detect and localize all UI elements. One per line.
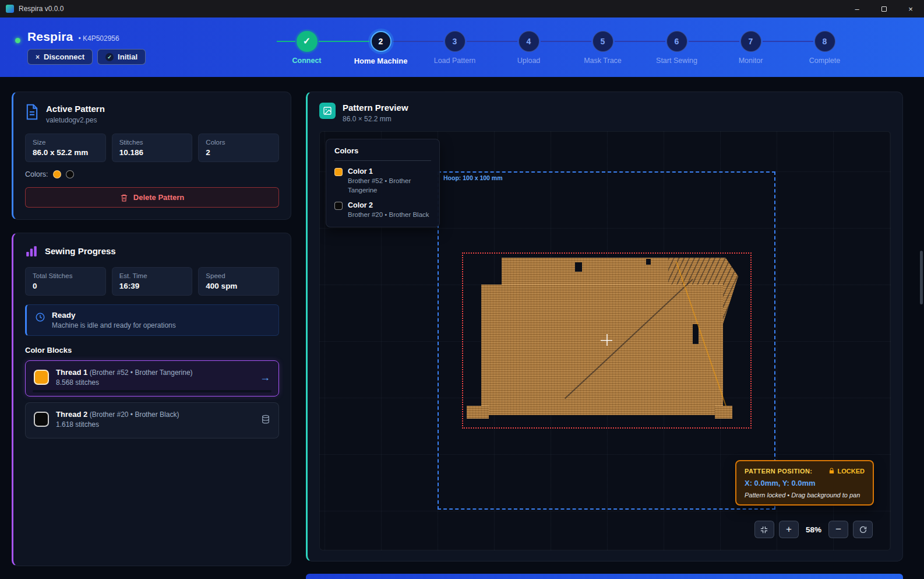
thread-name: Thread 2 bbox=[56, 410, 87, 419]
step-upload[interactable]: 4 Upload bbox=[492, 31, 566, 65]
step-monitor-circle: 7 bbox=[740, 31, 761, 52]
disconnect-label: Disconnect bbox=[44, 52, 84, 61]
legend-swatch bbox=[334, 202, 343, 210]
sewing-progress-title: Sewing Progress bbox=[45, 246, 116, 256]
thread-row-2[interactable]: Thread 2 (Brother #20 • Brother Black) 1… bbox=[25, 402, 279, 438]
next-section-edge bbox=[306, 574, 903, 579]
reset-view-button[interactable] bbox=[853, 521, 873, 538]
legend-title: Colors bbox=[334, 146, 431, 161]
status-subtitle: Machine is idle and ready for operations bbox=[52, 321, 176, 329]
step-upload-circle: 4 bbox=[519, 31, 539, 52]
step-label: Monitor bbox=[714, 57, 788, 65]
zoom-out-button[interactable]: − bbox=[828, 521, 848, 538]
step-complete-circle: 8 bbox=[814, 31, 835, 52]
position-hint: Pattern locked • Drag background to pan bbox=[745, 492, 865, 499]
thread-detail: (Brother #20 • Brother Black) bbox=[90, 410, 179, 419]
step-complete[interactable]: 8 Complete bbox=[788, 31, 862, 65]
pattern-preview-card: Pattern Preview 86.0 × 52.2 mm Hoop: 100… bbox=[306, 92, 903, 562]
thread-stitch-count: 1.618 stitches bbox=[56, 420, 254, 429]
stat-colors: Colors 2 bbox=[198, 134, 279, 162]
step-start-sewing[interactable]: 6 Start Sewing bbox=[640, 31, 714, 65]
initial-button[interactable]: ✓ Initial bbox=[97, 49, 146, 65]
pattern-dimensions: 86.0 × 52.2 mm bbox=[343, 115, 408, 123]
legend-item-color2: Color 2 Brother #20 • Brother Black bbox=[334, 201, 431, 220]
stat-total-stitches: Total Stitches 0 bbox=[25, 267, 106, 296]
status-title: Ready bbox=[52, 311, 176, 320]
title-bar: Respira v0.0.0 – × bbox=[0, 0, 924, 17]
initial-label: Initial bbox=[118, 52, 137, 61]
legend-swatch bbox=[334, 168, 343, 176]
fit-view-button[interactable] bbox=[754, 521, 774, 538]
scrollbar-thumb[interactable] bbox=[920, 251, 923, 304]
close-x-icon: × bbox=[36, 53, 40, 61]
hoop-label: Hoop: 100 x 100 mm bbox=[443, 174, 503, 181]
crosshair bbox=[606, 334, 608, 346]
step-label: Start Sewing bbox=[640, 57, 714, 65]
thread-detail: (Brother #52 • Brother Tangerine) bbox=[90, 369, 193, 377]
colors-legend: Colors Color 1 Brother #52 • Brother Tan… bbox=[326, 139, 440, 227]
step-sewing-circle: 6 bbox=[666, 31, 687, 52]
step-mask-trace[interactable]: 5 Mask Trace bbox=[566, 31, 640, 65]
app-icon bbox=[6, 5, 14, 13]
maximize-button[interactable] bbox=[870, 0, 897, 17]
thread-color-swatch bbox=[34, 412, 49, 427]
stitch-region-foot-right bbox=[715, 406, 732, 419]
active-pattern-card: Active Pattern valetudogv2.pes Size 86.0… bbox=[12, 92, 291, 220]
clock-icon bbox=[35, 312, 45, 322]
disconnect-button[interactable]: × Disconnect bbox=[27, 49, 93, 65]
step-connect-circle: ✓ bbox=[297, 31, 318, 52]
step-load-pattern[interactable]: 3 Load Pattern bbox=[418, 31, 492, 65]
workflow-stepper: ✓ Connect 2 Home Machine 3 Load Pattern … bbox=[225, 31, 907, 65]
colors-label: Colors: bbox=[25, 170, 48, 178]
bar-chart-icon bbox=[25, 245, 38, 258]
thread-row-1[interactable]: Thread 1 (Brother #52 • Brother Tangerin… bbox=[25, 360, 279, 396]
step-label: Home Machine bbox=[344, 57, 418, 65]
stitch-region-body bbox=[481, 285, 723, 415]
color-dot-black bbox=[66, 170, 74, 178]
active-pattern-title: Active Pattern bbox=[46, 104, 105, 114]
step-label: Mask Trace bbox=[566, 57, 640, 65]
zoom-controls: + 58% − bbox=[754, 521, 873, 538]
thread-progress-track bbox=[33, 390, 271, 392]
pattern-canvas[interactable]: Hoop: 100 x 100 mm Colors bbox=[319, 131, 891, 550]
stitch-gap bbox=[575, 262, 582, 272]
stat-size: Size 86.0 x 52.2 mm bbox=[25, 134, 106, 162]
close-button[interactable]: × bbox=[897, 0, 924, 17]
window-title: Respira v0.0.0 bbox=[19, 5, 64, 13]
sewing-progress-card: Sewing Progress Total Stitches 0 Est. Ti… bbox=[12, 233, 291, 566]
position-coords: X: 0.0mm, Y: 0.0mm bbox=[745, 479, 865, 487]
refresh-icon bbox=[859, 525, 867, 534]
step-label: Upload bbox=[492, 57, 566, 65]
step-monitor[interactable]: 7 Monitor bbox=[714, 31, 788, 65]
main-content: Active Pattern valetudogv2.pes Size 86.0… bbox=[0, 77, 924, 579]
check-icon: ✓ bbox=[303, 36, 311, 47]
locked-badge[interactable]: LOCKED bbox=[828, 467, 865, 475]
image-icon bbox=[319, 103, 336, 119]
stitch-region-foot-left bbox=[467, 406, 489, 419]
zoom-level: 58% bbox=[803, 525, 824, 534]
position-label: PATTERN POSITION: bbox=[745, 468, 812, 475]
pattern-preview-title: Pattern Preview bbox=[343, 103, 408, 113]
step-label: Complete bbox=[788, 57, 862, 65]
app-header: Respira • K4P502956 × Disconnect ✓ Initi… bbox=[0, 17, 924, 77]
pattern-position-overlay: PATTERN POSITION: LOCKED X: 0.0mm, Y: 0.… bbox=[735, 460, 874, 506]
maximize-icon bbox=[881, 6, 887, 12]
zoom-in-button[interactable]: + bbox=[779, 521, 799, 538]
document-icon bbox=[25, 104, 39, 120]
step-home-machine[interactable]: 2 Home Machine bbox=[344, 31, 418, 65]
minimize-button[interactable]: – bbox=[844, 0, 870, 17]
step-load-circle: 3 bbox=[445, 31, 465, 52]
machine-serial: • K4P502956 bbox=[78, 34, 119, 43]
stitch-gap bbox=[646, 259, 651, 265]
step-home-circle: 2 bbox=[371, 31, 392, 52]
check-badge-icon: ✓ bbox=[105, 53, 114, 61]
stat-speed: Speed 400 spm bbox=[198, 267, 279, 296]
legend-item-color1: Color 1 Brother #52 • Brother Tangerine bbox=[334, 167, 431, 195]
delete-pattern-button[interactable]: Delete Pattern bbox=[25, 187, 279, 208]
thread-stitch-count: 8.568 stitches bbox=[56, 378, 253, 387]
brand-title: Respira bbox=[27, 30, 73, 44]
thread-color-swatch bbox=[34, 370, 49, 385]
stitch-gap bbox=[693, 324, 699, 344]
step-connect[interactable]: ✓ Connect bbox=[270, 31, 344, 65]
connection-status-dot bbox=[15, 38, 20, 43]
